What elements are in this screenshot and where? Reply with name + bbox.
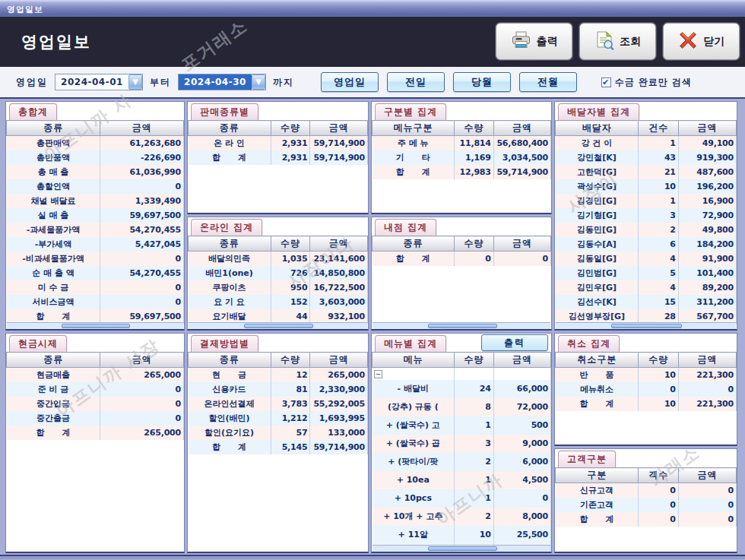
table-row: 반 품10221,300 [556,368,737,382]
tree-collapse-icon[interactable]: − [374,370,382,378]
tab-delivery[interactable]: 배달자별 집계 [558,103,639,120]
horizontal-scrollbar[interactable] [372,545,550,552]
table-cell: 10 [455,526,494,544]
column-header[interactable]: 배달자 [556,121,639,136]
column-header[interactable]: 수량 [455,353,494,368]
column-header[interactable]: 금액 [310,121,368,136]
table-cell: 김동수[A] [556,237,639,252]
table-cell: 1,035 [271,252,310,266]
column-header[interactable]: 건수 [639,121,678,136]
tab-cancel[interactable]: 취소 집계 [558,335,620,352]
header-row: 종류수량금액 [189,353,368,368]
table-row: - 배달비2466,000 [372,380,551,398]
column-header[interactable]: 메뉴 [372,353,455,368]
menu-print-button[interactable]: 출력 [481,334,548,351]
column-header[interactable]: 객수 [639,468,678,483]
chevron-down-icon[interactable]: ▼ [252,74,265,90]
horizontal-scrollbar[interactable] [189,322,367,329]
column-header[interactable]: 금액 [678,121,736,136]
column-header[interactable]: 금액 [678,353,736,368]
window-titlebar[interactable]: 영업일보 [0,0,745,17]
column-header[interactable]: 수량 [271,236,310,252]
date-to-combo[interactable]: 2024-04-30 ▼ [178,74,266,90]
column-header[interactable]: 금액 [310,353,368,368]
column-header[interactable]: 수량 [271,353,310,368]
table-cell: 15 [639,295,678,309]
table-row: + 11알1025,500 [372,526,551,544]
column-header[interactable]: 금액 [100,353,184,368]
range-buttons: 영업일 전일 당월 전월 [321,72,585,92]
tab-strip: 결제방법별 [188,334,368,352]
column-header[interactable]: 금액 [678,468,736,483]
table-row: 서비스금액0 [7,295,184,309]
table-cell: 1,693,995 [310,411,368,426]
column-header[interactable]: 종류 [7,353,100,368]
business-day-button[interactable]: 영업일 [321,72,379,92]
column-header[interactable]: 메뉴구분 [372,121,455,136]
table-cell: 김동일[G] [556,252,639,266]
column-header[interactable]: 종류 [189,236,271,252]
table-cell: 1 [455,416,494,435]
table-cell: 25,500 [493,526,550,544]
scrollbar-thumb[interactable] [611,324,681,328]
tab-cash[interactable]: 현금시제 [9,335,67,352]
column-header[interactable]: 금액 [493,236,550,252]
table-row: 합 계00 [556,512,737,527]
table-cell: 5,145 [271,440,310,454]
column-header[interactable]: 구분 [556,468,639,483]
scrollbar-thumb[interactable] [244,324,314,328]
tab-menu[interactable]: 메뉴별 집계 [375,335,446,352]
header-band: 영업일보 출력 [0,17,745,67]
table-cell: 미 수 금 [7,280,100,295]
table-cell: 59,714,900 [310,440,368,454]
table-cell: 221,300 [678,397,736,411]
column-header[interactable]: 종류 [372,236,455,252]
horizontal-scrollbar[interactable] [372,322,550,329]
column-header[interactable]: 금액 [100,121,184,136]
horizontal-scrollbar[interactable] [556,322,736,329]
close-button[interactable]: 닫기 [663,23,740,60]
table-row: 김경민[G]116,900 [556,194,737,208]
scrollbar-thumb[interactable] [428,546,497,551]
tab-payment[interactable]: 결제방법별 [191,335,258,352]
tab-online[interactable]: 온라인 집계 [191,219,262,236]
query-button[interactable]: 조회 [579,23,656,60]
tab-category[interactable]: 구분별 집계 [375,103,446,120]
table-cell: 81 [271,382,310,397]
checkbox-checked-icon[interactable]: ✔ [601,78,611,87]
column-header[interactable]: 금액 [310,236,368,252]
table-cell: 합 계 [556,512,639,527]
table-cell: 0 [100,179,184,194]
column-header[interactable]: 금액 [493,121,550,136]
column-header[interactable]: 종류 [189,353,271,368]
tab-customer[interactable]: 고객구분 [558,451,616,467]
tab-instore[interactable]: 내점 집계 [375,219,436,236]
column-header[interactable]: 종류 [7,121,100,136]
table-cell: 567,700 [678,309,736,324]
tab-strip: 고객구분 [555,449,737,467]
table-row: 김선수[K]15311,200 [556,295,737,309]
column-2-top: 판매종류별 종류수량금액온 라 인2,93159,714,900합 계2,931… [187,101,369,331]
scrollbar-thumb[interactable] [428,324,497,328]
tab-total[interactable]: 총합계 [9,103,57,120]
table-row: 배민1(one)72614,850,800 [189,266,368,280]
table-cell: 0 [100,382,184,397]
column-header[interactable]: 취소구분 [556,353,639,368]
previous-day-button[interactable]: 전일 [387,72,445,92]
column-header[interactable]: 금액 [493,353,550,368]
current-month-button[interactable]: 당월 [453,72,511,92]
chevron-down-icon[interactable]: ▼ [128,74,142,90]
horizontal-scrollbar[interactable] [7,322,183,329]
scrollbar-thumb[interactable] [62,324,130,328]
date-from-combo[interactable]: 2024-04-01 ▼ [55,74,143,90]
print-button[interactable]: 출력 [496,23,572,60]
tab-sale-type[interactable]: 판매종류별 [191,103,258,120]
column-header[interactable]: 수량 [271,121,310,136]
column-header[interactable]: 수량 [455,121,494,136]
column-header[interactable]: 수량 [639,353,678,368]
table-row: 총판매액61,263,680 [7,136,184,150]
collected-only-checkbox[interactable]: ✔ 수금 완료만 검색 [601,76,692,89]
column-header[interactable]: 수량 [455,236,494,252]
previous-month-button[interactable]: 전월 [519,72,577,92]
column-header[interactable]: 종류 [189,121,271,136]
